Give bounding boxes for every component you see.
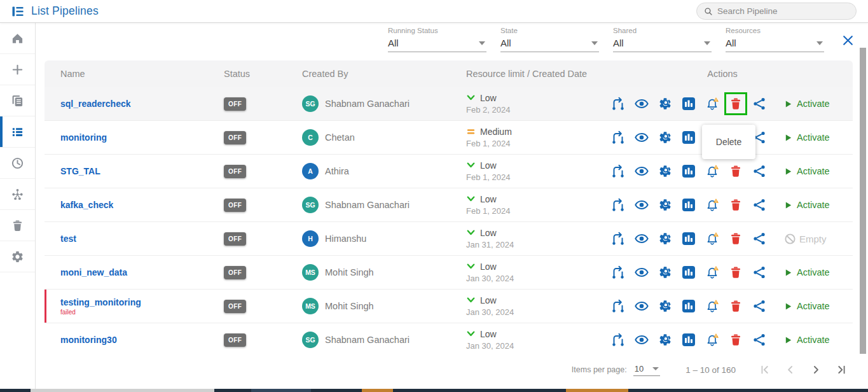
monitor-button[interactable]	[658, 231, 673, 246]
chart-button[interactable]	[681, 130, 696, 145]
pipeline-name-link[interactable]: moni_new_data	[60, 267, 210, 277]
activate-button[interactable]: Activate	[784, 99, 830, 109]
alert-button[interactable]	[705, 197, 720, 213]
view-button[interactable]	[634, 332, 649, 347]
close-filters-button[interactable]	[842, 34, 854, 49]
chart-button[interactable]	[681, 298, 696, 314]
status-toggle-badge[interactable]: OFF	[224, 300, 246, 313]
monitor-button[interactable]	[658, 96, 673, 111]
chart-button[interactable]	[681, 197, 696, 213]
alert-button[interactable]	[705, 332, 720, 347]
chart-button[interactable]	[681, 96, 696, 111]
share-button[interactable]	[752, 231, 767, 246]
delete-button[interactable]	[728, 96, 743, 111]
delete-button[interactable]	[728, 164, 743, 179]
scrollbar-thumb[interactable]	[860, 48, 866, 354]
sidebar-item-pipeline-templates[interactable]	[0, 85, 35, 116]
monitor-button[interactable]	[658, 164, 673, 179]
view-button[interactable]	[634, 197, 649, 213]
pipeline-name-link[interactable]: sql_readercheck	[60, 99, 210, 109]
activate-button[interactable]: Activate	[784, 166, 830, 176]
alert-button[interactable]	[705, 298, 720, 314]
filter-dropdown-state[interactable]: State All	[500, 27, 599, 52]
low-level-icon[interactable]	[466, 162, 476, 169]
chart-button[interactable]	[681, 164, 696, 179]
first-page-button[interactable]	[757, 362, 773, 377]
monitor-button[interactable]	[658, 332, 673, 347]
activate-button[interactable]: Activate	[784, 301, 830, 311]
pipeline-name-link[interactable]: testing_monitoring	[60, 297, 210, 307]
pipeline-name-link[interactable]: kafka_check	[60, 200, 210, 210]
last-page-button[interactable]	[834, 362, 849, 377]
status-toggle-badge[interactable]: OFF	[224, 165, 246, 178]
sidebar-item-workflow[interactable]	[0, 179, 35, 210]
alert-button[interactable]	[705, 164, 720, 179]
medium-level-icon[interactable]	[466, 128, 476, 136]
status-toggle-badge[interactable]: OFF	[224, 333, 246, 347]
pipeline-flow-button[interactable]	[610, 332, 626, 347]
activate-button[interactable]: Activate	[784, 200, 830, 210]
share-button[interactable]	[752, 96, 767, 111]
low-level-icon[interactable]	[466, 330, 476, 338]
low-level-icon[interactable]	[466, 297, 476, 304]
items-per-page-select[interactable]: 10	[633, 364, 660, 376]
monitor-button[interactable]	[658, 130, 673, 145]
search-input[interactable]	[717, 6, 849, 16]
low-level-icon[interactable]	[466, 263, 476, 270]
pipeline-name-link[interactable]: monitoring	[60, 132, 210, 143]
monitor-button[interactable]	[658, 265, 673, 280]
share-button[interactable]	[752, 164, 767, 179]
delete-button[interactable]	[728, 332, 743, 347]
share-button[interactable]	[752, 332, 767, 347]
pipeline-flow-button[interactable]	[610, 197, 626, 213]
pipeline-flow-button[interactable]	[610, 130, 626, 145]
activate-button[interactable]: Activate	[784, 335, 830, 345]
status-toggle-badge[interactable]: OFF	[224, 266, 246, 279]
status-toggle-badge[interactable]: OFF	[224, 131, 246, 144]
filter-dropdown-shared[interactable]: Shared All	[613, 27, 712, 52]
sidebar-item-create-new[interactable]	[0, 54, 35, 85]
pipeline-flow-button[interactable]	[610, 298, 626, 314]
low-level-icon[interactable]	[466, 94, 476, 102]
next-page-button[interactable]	[808, 362, 823, 377]
delete-button[interactable]	[728, 231, 743, 246]
status-toggle-badge[interactable]: OFF	[224, 97, 246, 111]
view-button[interactable]	[634, 164, 649, 179]
low-level-icon[interactable]	[466, 195, 476, 203]
delete-button[interactable]	[728, 197, 743, 213]
monitor-button[interactable]	[658, 298, 673, 314]
filter-dropdown-resources[interactable]: Resources All	[726, 27, 824, 52]
alert-button[interactable]	[705, 96, 720, 111]
status-toggle-badge[interactable]: OFF	[224, 232, 246, 246]
pipeline-flow-button[interactable]	[610, 96, 626, 111]
view-button[interactable]	[634, 130, 649, 145]
sidebar-item-settings[interactable]	[0, 241, 35, 272]
activate-button[interactable]: Activate	[784, 132, 830, 143]
chart-button[interactable]	[681, 265, 696, 280]
prev-page-button[interactable]	[783, 362, 798, 377]
delete-button[interactable]	[728, 265, 743, 280]
sidebar-item-list-pipelines[interactable]	[0, 116, 35, 148]
chart-button[interactable]	[681, 332, 696, 347]
pipeline-name-link[interactable]: test	[60, 234, 210, 244]
pipeline-name-link[interactable]: STG_TAL	[60, 166, 210, 176]
share-button[interactable]	[752, 197, 767, 213]
alert-button[interactable]	[705, 265, 720, 280]
pipeline-flow-button[interactable]	[610, 164, 626, 179]
sidebar-item-schedules[interactable]	[0, 148, 35, 179]
pipeline-flow-button[interactable]	[610, 231, 626, 246]
view-button[interactable]	[634, 298, 649, 314]
sidebar-item-home[interactable]	[0, 23, 35, 54]
delete-button[interactable]	[728, 298, 743, 314]
view-button[interactable]	[634, 231, 649, 246]
activate-button[interactable]: Activate	[784, 267, 830, 277]
share-button[interactable]	[752, 298, 767, 314]
filter-dropdown-running-status[interactable]: Running Status All	[388, 27, 486, 52]
monitor-button[interactable]	[658, 197, 673, 213]
alert-button[interactable]	[705, 231, 720, 246]
view-button[interactable]	[634, 96, 649, 111]
pipeline-flow-button[interactable]	[610, 265, 626, 280]
pipeline-name-link[interactable]: monitoring30	[60, 335, 210, 345]
low-level-icon[interactable]	[466, 229, 476, 237]
search-box[interactable]	[696, 3, 857, 20]
